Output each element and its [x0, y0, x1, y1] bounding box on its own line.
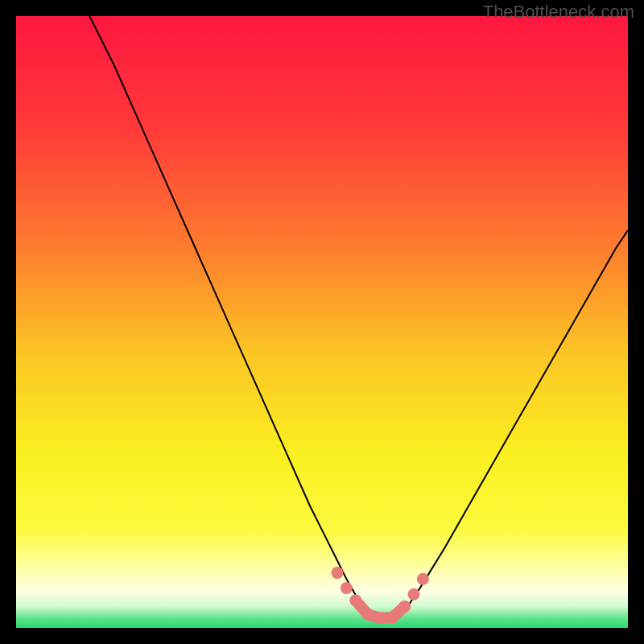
svg-point-11 [408, 588, 420, 601]
svg-point-9 [386, 612, 398, 624]
svg-point-6 [349, 594, 361, 606]
svg-point-4 [332, 567, 344, 579]
curve-layer [16, 16, 628, 628]
optimal-band [332, 567, 429, 624]
svg-point-7 [362, 609, 374, 621]
svg-point-10 [398, 601, 411, 613]
svg-point-5 [341, 582, 353, 594]
chart-frame: TheBottleneck.com [0, 0, 644, 644]
bottleneck-curve [89, 16, 628, 619]
svg-point-8 [374, 612, 386, 624]
svg-point-12 [417, 573, 429, 585]
watermark-text: TheBottleneck.com [483, 2, 634, 23]
plot-area [16, 16, 628, 628]
